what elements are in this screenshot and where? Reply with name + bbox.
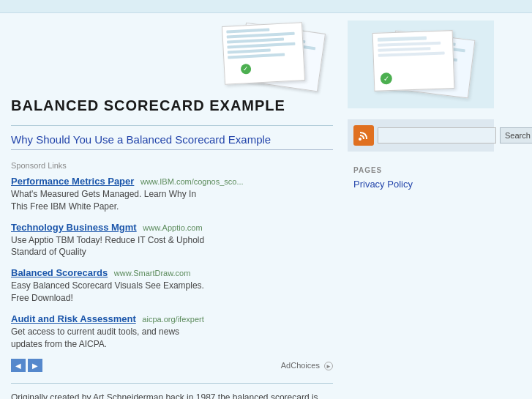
search-input[interactable] bbox=[378, 127, 496, 143]
rss-search-box: Search bbox=[348, 119, 494, 152]
sidebar-pages: PAGES Privacy Policy bbox=[348, 163, 494, 193]
ad-desc-3: Get access to current audit tools, and n… bbox=[11, 326, 333, 351]
top-bar bbox=[0, 0, 532, 13]
prev-button[interactable]: ◀ bbox=[11, 359, 26, 372]
search-button[interactable]: Search bbox=[500, 127, 532, 143]
sidebar-column: ✓ Search PAGES bbox=[348, 20, 494, 399]
pages-label: PAGES bbox=[353, 166, 488, 174]
main-column: ✓ BALANCED SCORECARD EXAMPLE Why Should … bbox=[11, 20, 333, 399]
adchoices-icon: ► bbox=[324, 362, 333, 370]
doc-stack: ✓ bbox=[209, 20, 326, 94]
title-divider bbox=[11, 125, 333, 126]
ad-url-0: www.IBM.com/cognos_sco... bbox=[141, 177, 244, 186]
doc-card-front: ✓ bbox=[222, 22, 305, 85]
ad-title-3[interactable]: Audit and Risk Assessment bbox=[11, 313, 136, 324]
sponsored-label: Sponsord Links bbox=[11, 161, 333, 170]
ad-item-0: Performance Metrics Paper www.IBM.com/co… bbox=[11, 176, 333, 213]
ad-item-1: Technology Business Mgmt www.Apptio.com … bbox=[11, 222, 333, 259]
privacy-policy-link[interactable]: Privacy Policy bbox=[353, 179, 488, 190]
page-title: BALANCED SCORECARD EXAMPLE bbox=[11, 97, 333, 114]
header-image-area: ✓ bbox=[11, 20, 333, 94]
sidebar-header-image: ✓ bbox=[348, 20, 494, 108]
ad-title-1[interactable]: Technology Business Mgmt bbox=[11, 222, 137, 233]
ad-item-3: Audit and Risk Assessment aicpa.org/ifex… bbox=[11, 313, 333, 351]
adchoices-bar: ◀ ▶ AdChoices ► bbox=[11, 359, 333, 372]
ad-title-2[interactable]: Balanced Scorecards bbox=[11, 267, 108, 278]
check-icon: ✓ bbox=[241, 64, 252, 75]
next-button[interactable]: ▶ bbox=[28, 359, 42, 372]
ad-url-2: www.SmartDraw.com bbox=[114, 269, 191, 277]
body-divider bbox=[11, 383, 333, 384]
body-text: Originally created by Art Schneiderman b… bbox=[11, 391, 333, 399]
subtitle-link[interactable]: Why Should You Use a Balanced Scorecard … bbox=[11, 133, 333, 150]
adchoices-label: AdChoices ► bbox=[281, 361, 333, 370]
ad-item-2: Balanced Scorecards www.SmartDraw.com Ea… bbox=[11, 267, 333, 305]
svg-point-0 bbox=[359, 138, 361, 141]
ad-desc-0: What's Measured Gets Managed. Learn Why … bbox=[11, 188, 333, 213]
ad-desc-2: Easy Balanced Scorecard Visuals See Exam… bbox=[11, 280, 333, 305]
rss-icon bbox=[353, 125, 374, 146]
ad-title-0[interactable]: Performance Metrics Paper bbox=[11, 176, 134, 187]
ad-url-1: www.Apptio.com bbox=[143, 223, 202, 232]
page-wrapper: ✓ BALANCED SCORECARD EXAMPLE Why Should … bbox=[0, 0, 532, 399]
content-area: ✓ BALANCED SCORECARD EXAMPLE Why Should … bbox=[0, 13, 532, 399]
ad-desc-1: Use Apptio TBM Today! Reduce IT Cost & U… bbox=[11, 234, 333, 259]
ad-url-3: aicpa.org/ifexpert bbox=[142, 315, 203, 324]
